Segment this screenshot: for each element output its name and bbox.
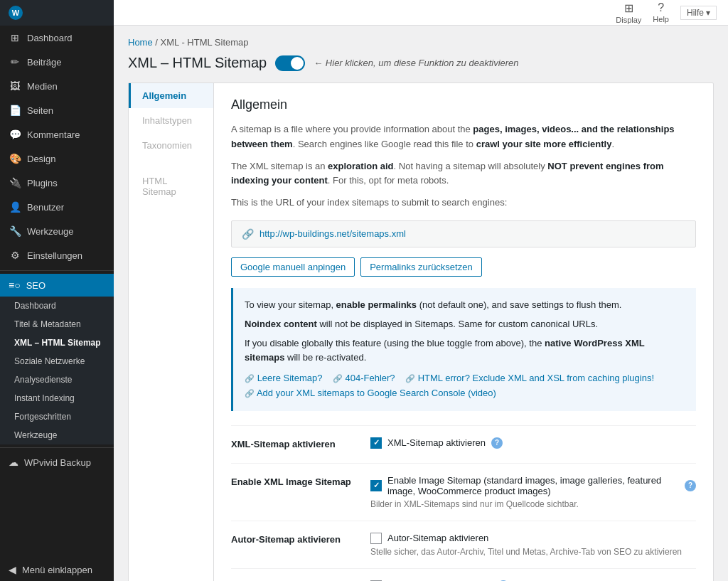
seo-submenu-analyse[interactable]: Analysedienste [0, 371, 114, 389]
main-area: ⊞ Display ? Help Hilfe ▾ Home / XML - HT… [114, 0, 728, 581]
page-title-row: XML – HTML Sitemap ← Hier klicken, um di… [128, 55, 714, 71]
help-button[interactable]: ? Help [653, 1, 669, 23]
seo-submenu-dashboard[interactable]: Dashboard [0, 297, 114, 315]
design-icon: 🎨 [9, 152, 21, 165]
wordpress-logo: W [9, 6, 23, 20]
submenu-label: Werkzeuge [14, 430, 57, 440]
sidebar-item-einstellungen[interactable]: ⚙ Einstellungen [0, 243, 114, 267]
ext-icon: 🔗 [245, 374, 255, 383]
tab-content: Allgemein A sitemap is a file where you … [214, 83, 713, 581]
hilfe-dropdown[interactable]: Hilfe ▾ [680, 6, 717, 20]
settings-row-autor: Autor-Sitemap aktivieren Autor-Sitemap a… [231, 521, 696, 568]
settings-row-xml-sitemap: XML-Sitemap aktivieren XML-Sitemap aktiv… [231, 425, 696, 463]
breadcrumb-separator: / [155, 37, 160, 48]
display-label: Display [616, 16, 641, 24]
seo-icon: ≡○ [9, 279, 21, 291]
sitemap-url-link[interactable]: http://wp-buildings.net/sitemaps.xml [259, 228, 406, 239]
seo-submenu-instant[interactable]: Instant Indexing [0, 389, 114, 407]
tab-inhaltstypen[interactable]: Inhaltstypen [129, 108, 213, 133]
tab-area: Allgemein Inhaltstypen Taxonomien HTML S… [128, 82, 714, 581]
sidebar-collapse-button[interactable]: ◀ Menü einklappen [0, 558, 114, 581]
einstellungen-icon: ⚙ [9, 249, 21, 262]
breadcrumb-home[interactable]: Home [128, 37, 153, 48]
sidebar-item-label: Einstellungen [27, 250, 82, 261]
page-title: XML – HTML Sitemap [128, 55, 267, 71]
info-links: 🔗 Leere Sitemap? 🔗 404-Fehler? 🔗 HTML er… [245, 371, 685, 401]
autor-help-text: Stelle sicher, das Autor-Archiv, Titel u… [370, 547, 696, 557]
breadcrumb-current: XML - HTML Sitemap [161, 37, 249, 48]
page-area: Home / XML - HTML Sitemap XML – HTML Sit… [114, 26, 728, 581]
seo-submenu-titel[interactable]: Titel & Metadaten [0, 315, 114, 334]
help-icon-xml[interactable]: ? [491, 437, 503, 449]
sidebar-item-label: Dashboard [27, 33, 73, 43]
tab-label: HTML Sitemap [142, 176, 176, 197]
seo-submenu-fortgeschritten[interactable]: Fortgeschritten [0, 407, 114, 426]
info-line-3: If you disable globally this feature (us… [245, 336, 685, 366]
collapse-icon: ◀ [9, 564, 16, 575]
medien-icon: 🖼 [9, 80, 21, 92]
tab-nav: Allgemein Inhaltstypen Taxonomien HTML S… [129, 83, 214, 581]
autor-checkbox[interactable] [370, 533, 382, 544]
tab-html-sitemap[interactable]: HTML Sitemap [129, 158, 213, 204]
desc-1: A sitemap is a file where you provide in… [231, 122, 696, 152]
seo-submenu-werkzeuge[interactable]: Werkzeuge [0, 426, 114, 444]
sidebar-item-label: Seiten [27, 105, 53, 116]
sidebar-item-werkzeuge[interactable]: 🔧 Werkzeuge [0, 219, 114, 243]
sidebar-item-wpvivid[interactable]: ☁ WPvivid Backup [0, 451, 114, 474]
permalinks-reset-button[interactable]: Permalinks zurücksetzen [360, 257, 482, 277]
tab-allgemein[interactable]: Allgemein [129, 83, 213, 108]
control-row: Enable Image Sitemap (standard images, i… [370, 475, 696, 496]
dashboard-icon: ⊞ [9, 31, 21, 44]
info-line-1: To view your sitemap, enable permalinks … [245, 298, 685, 313]
seo-label: SEO [26, 280, 46, 291]
link-404[interactable]: 404-Fehler? [345, 373, 395, 383]
sidebar-item-label: Beiträge [27, 57, 61, 68]
info-line-2: Noindex content will not be displayed in… [245, 317, 685, 332]
submenu-label: Dashboard [14, 301, 56, 311]
help-label: Help [653, 15, 669, 23]
sidebar-item-label: Benutzer [27, 202, 64, 213]
seo-menu-header[interactable]: ≡○ SEO [0, 274, 114, 297]
settings-control-autor: Autor-Sitemap aktivieren Stelle sicher, … [370, 533, 696, 557]
control-label: Enable Image Sitemap (standard images, i… [387, 475, 679, 496]
collapse-label: Menü einklappen [22, 565, 92, 575]
seo-submenu-soziale[interactable]: Soziale Netzwerke [0, 352, 114, 371]
sidebar-item-plugins[interactable]: 🔌 Plugins [0, 171, 114, 195]
seo-submenu-xml[interactable]: XML – HTML Sitemap [0, 334, 114, 352]
sidebar-item-beitraege[interactable]: ✏ Beiträge [0, 50, 114, 74]
sidebar-item-medien[interactable]: 🖼 Medien [0, 74, 114, 98]
xml-sitemap-checkbox[interactable] [370, 437, 382, 449]
sidebar-item-dashboard[interactable]: ⊞ Dashboard [0, 26, 114, 50]
feature-toggle[interactable] [275, 55, 305, 71]
sidebar-item-kommentare[interactable]: 💬 Kommentare [0, 122, 114, 146]
section-title: Allgemein [231, 97, 696, 112]
link-leere-sitemap[interactable]: Leere Sitemap? [257, 373, 323, 383]
link-html-error[interactable]: HTML error? Exclude XML and XSL from cac… [418, 373, 654, 383]
desc-3: This is the URL of your index sitemaps t… [231, 196, 696, 210]
topbar: ⊞ Display ? Help Hilfe ▾ [114, 0, 728, 26]
action-buttons: Google manuell anpingen Permalinks zurüc… [231, 257, 696, 277]
external-link-icon: 🔗 [242, 228, 254, 240]
sidebar: W ⊞ Dashboard ✏ Beiträge 🖼 Medien 📄 Seit… [0, 0, 114, 581]
sidebar-item-design[interactable]: 🎨 Design [0, 146, 114, 171]
kommentare-icon: 💬 [9, 128, 21, 141]
help-icon-image[interactable]: ? [685, 480, 696, 491]
sidebar-item-benutzer[interactable]: 👤 Benutzer [0, 195, 114, 219]
display-icon: ⊞ [624, 1, 633, 15]
wpvivid-icon: ☁ [9, 457, 18, 468]
plugins-icon: 🔌 [9, 176, 21, 189]
display-button[interactable]: ⊞ Display [616, 1, 641, 24]
google-ping-button[interactable]: Google manuell anpingen [231, 257, 355, 277]
wpvivid-label: WPvivid Backup [24, 457, 91, 468]
sidebar-item-seiten[interactable]: 📄 Seiten [0, 98, 114, 122]
xml-image-checkbox[interactable] [370, 480, 382, 491]
sidebar-item-label: Werkzeuge [27, 226, 74, 237]
sitemap-url-box: 🔗 http://wp-buildings.net/sitemaps.xml [231, 220, 696, 247]
link-search-console[interactable]: Add your XML sitemaps to Google Search C… [257, 388, 496, 398]
settings-row-xml-image: Enable XML Image Sitemap Enable Image Si… [231, 463, 696, 521]
tab-taxonomien[interactable]: Taxonomien [129, 133, 213, 158]
seiten-icon: 📄 [9, 104, 21, 117]
ext-icon-2: 🔗 [333, 374, 343, 383]
seo-menu: ≡○ SEO Dashboard Titel & Metadaten XML –… [0, 274, 114, 444]
control-label: Autor-Sitemap aktivieren [387, 533, 488, 543]
